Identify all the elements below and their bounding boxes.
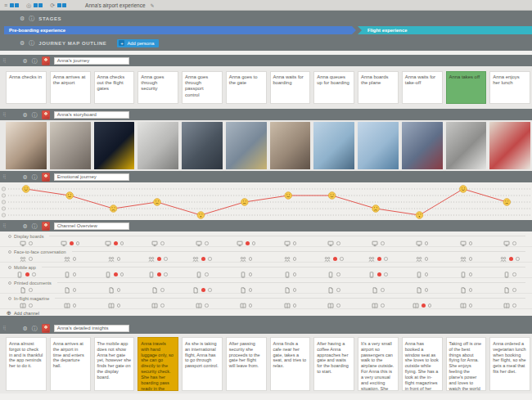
touchpoint-empty-circle[interactable] (208, 288, 212, 292)
persona-avatar[interactable] (42, 173, 50, 182)
touchpoint-empty-circle[interactable] (336, 303, 340, 308)
gear-icon[interactable]: ⚙ (22, 326, 27, 331)
journey-step-card[interactable]: Anna takes off (446, 71, 487, 104)
lane-label-input[interactable]: Emotional journey (54, 173, 129, 181)
stage-flight[interactable]: Flight experience (358, 26, 532, 34)
channel-touchpoint-cell[interactable] (138, 287, 178, 294)
channel-touchpoint-cell[interactable] (489, 240, 530, 247)
channel-touchpoint-cell[interactable] (270, 272, 311, 278)
info-icon[interactable]: ⓘ (32, 223, 38, 229)
channel-touchpoint-cell[interactable] (182, 287, 223, 294)
touchpoint-empty-circle[interactable] (336, 288, 340, 292)
persona-avatar[interactable] (42, 110, 50, 119)
photo-meal-tray[interactable] (489, 122, 530, 169)
touchpoint-empty-circle[interactable] (469, 272, 473, 276)
touchpoint-empty-circle[interactable] (293, 303, 297, 308)
channel-touchpoint-cell[interactable] (446, 272, 487, 278)
touchpoint-empty-circle[interactable] (425, 272, 429, 276)
channel-touchpoint-cell[interactable] (6, 287, 47, 294)
insight-card[interactable]: As she is taking an international flight… (182, 337, 223, 391)
lane-label-input[interactable]: Anna's detailed insights (54, 325, 129, 332)
channel-touchpoint-cell[interactable] (402, 256, 443, 263)
touchpoint-empty-circle[interactable] (384, 257, 388, 261)
channel-toggle-circle[interactable] (8, 297, 11, 300)
persona-avatar[interactable] (42, 222, 50, 231)
preview-icon[interactable]: ◎ (26, 2, 31, 8)
lane-label-input[interactable]: Anna's storyboard (54, 111, 129, 119)
touchpoint-empty-circle[interactable] (469, 241, 473, 245)
touchpoint-empty-circle[interactable] (164, 257, 168, 261)
insight-card[interactable]: Anna has booked a window seat as she lov… (402, 337, 443, 391)
drag-handle-icon[interactable]: ⢿ (2, 326, 6, 330)
channel-touchpoint-cell[interactable] (94, 287, 135, 294)
photo-waiting-seat[interactable] (270, 122, 311, 169)
emotion-point-unhappy[interactable] (372, 205, 380, 213)
channel-touchpoint-cell[interactable] (94, 240, 135, 247)
sync-icon[interactable]: ⟳ (50, 2, 55, 8)
gear-icon[interactable]: ⚙ (22, 58, 27, 64)
channel-touchpoint-cell[interactable] (489, 287, 530, 294)
touchpoint-empty-circle[interactable] (336, 241, 340, 245)
touchpoint-empty-circle[interactable] (32, 272, 36, 276)
touchpoint-empty-circle[interactable] (293, 272, 297, 276)
channel-touchpoint-cell[interactable] (402, 272, 443, 278)
touchpoint-empty-circle[interactable] (120, 272, 124, 276)
emotion-point-neutral[interactable] (154, 199, 161, 206)
channel-touchpoint-cell[interactable] (270, 287, 311, 294)
channel-touchpoint-cell[interactable] (313, 256, 354, 263)
touchpoint-empty-circle[interactable] (117, 257, 121, 261)
insight-card[interactable]: Anna ordered a vegetarian lunch when boo… (489, 337, 530, 391)
channel-touchpoint-cell[interactable] (358, 272, 399, 278)
touchpoint-empty-circle[interactable] (469, 288, 473, 292)
channel-touchpoint-cell[interactable] (6, 240, 47, 247)
channel-touchpoint-cell[interactable] (50, 303, 91, 309)
touchpoint-empty-circle[interactable] (293, 241, 297, 245)
channel-toggle-circle[interactable] (8, 266, 11, 269)
preview-toggle[interactable] (34, 3, 43, 7)
touchpoint-empty-circle[interactable] (512, 303, 516, 308)
touchpoint-empty-circle[interactable] (76, 241, 80, 245)
photo-departures-board[interactable] (94, 122, 135, 169)
insight-card[interactable]: Anna almost forgot to check in and is th… (6, 337, 47, 391)
photo-terminal-hall[interactable] (50, 122, 91, 169)
channel-touchpoint-cell[interactable] (358, 303, 399, 309)
channel-touchpoint-cell[interactable] (50, 272, 91, 278)
touchpoint-empty-circle[interactable] (381, 241, 385, 245)
photo-check-in-desk[interactable] (6, 122, 47, 169)
channel-touchpoint-cell[interactable] (489, 256, 530, 263)
touchpoint-empty-circle[interactable] (512, 288, 516, 292)
info-icon[interactable]: ⓘ (32, 112, 38, 118)
touchpoint-empty-circle[interactable] (29, 303, 33, 308)
channel-touchpoint-cell[interactable] (94, 256, 135, 263)
touchpoint-empty-circle[interactable] (249, 288, 253, 292)
drag-handle-icon[interactable]: ⢿ (2, 112, 6, 117)
photo-plane-on-tarmac[interactable] (358, 122, 399, 169)
touchpoint-empty-circle[interactable] (205, 272, 209, 276)
emotion-point-neutral[interactable] (241, 199, 248, 206)
touchpoint-empty-circle[interactable] (293, 288, 297, 292)
info-icon[interactable]: ⓘ (32, 58, 38, 64)
touchpoint-empty-circle[interactable] (249, 303, 253, 308)
touchpoint-empty-circle[interactable] (512, 272, 516, 276)
channel-touchpoint-cell[interactable] (138, 256, 178, 263)
channel-touchpoint-cell[interactable] (226, 303, 267, 309)
channel-touchpoint-cell[interactable] (446, 303, 487, 309)
channel-touchpoint-cell[interactable] (446, 256, 487, 263)
emotion-point-very-happy[interactable] (22, 186, 29, 193)
channel-touchpoint-cell[interactable] (138, 240, 178, 247)
channel-touchpoint-cell[interactable] (182, 272, 223, 278)
journey-step-card[interactable]: Anna arrives at the airport (50, 71, 91, 104)
touchpoint-empty-circle[interactable] (381, 303, 385, 308)
channel-touchpoint-cell[interactable] (358, 287, 399, 294)
journey-step-card[interactable]: Anna boards the plane (358, 71, 399, 104)
touchpoint-empty-circle[interactable] (252, 241, 256, 245)
channel-touchpoint-cell[interactable] (358, 256, 399, 263)
channel-touchpoint-cell[interactable] (313, 240, 354, 247)
journey-step-card[interactable]: Anna checks in (6, 71, 47, 104)
insight-card[interactable]: Anna travels with hand luggage only, so … (138, 337, 178, 391)
channel-touchpoint-cell[interactable] (402, 240, 443, 247)
channel-touchpoint-cell[interactable] (313, 272, 354, 278)
channel-touchpoint-cell[interactable] (446, 287, 487, 294)
journey-step-card[interactable]: Anna waits for boarding (270, 71, 311, 104)
touchpoint-empty-circle[interactable] (29, 288, 33, 292)
